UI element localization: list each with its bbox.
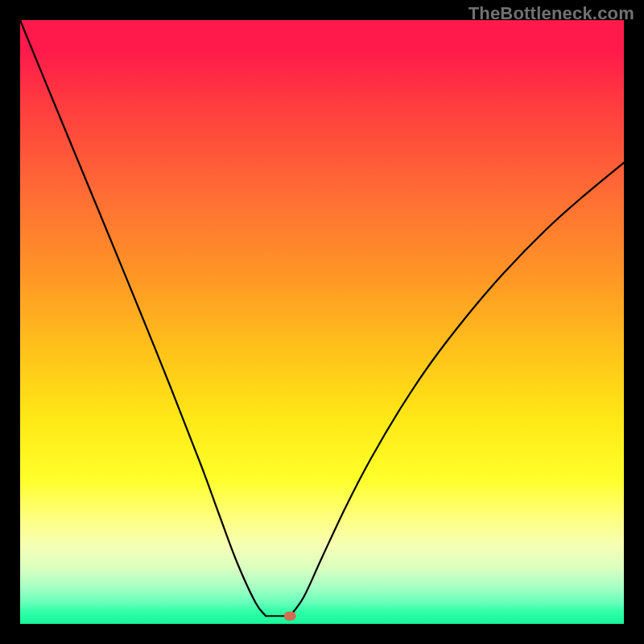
curve-left-branch [20,20,266,616]
curve-right-branch [290,163,624,616]
plot-area [20,20,624,624]
attribution-watermark: TheBottleneck.com [469,3,634,24]
minimum-marker [284,612,295,620]
chart-frame: TheBottleneck.com [0,0,644,644]
bottleneck-curve [20,20,624,624]
